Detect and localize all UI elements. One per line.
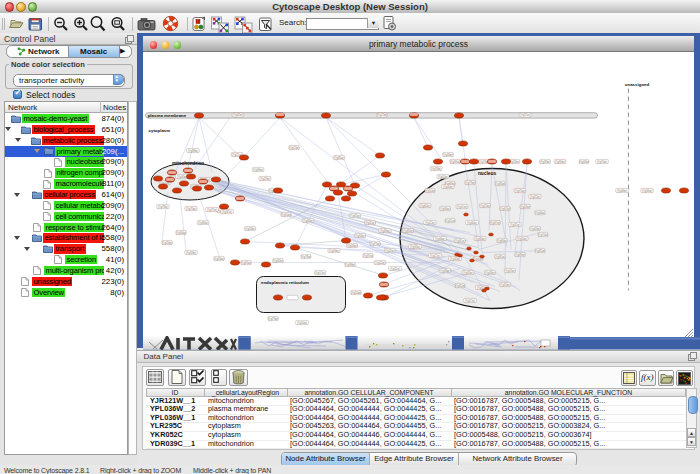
svg-text:(Ygl17w): (Ygl17w) xyxy=(315,270,325,274)
svg-text:(Ygl17w): (Ygl17w) xyxy=(457,204,467,208)
svg-text:(Ygl93w): (Ygl93w) xyxy=(410,244,420,248)
svg-text:(Ygl35w): (Ygl35w) xyxy=(642,188,652,192)
svg-text:(Ygl94w): (Ygl94w) xyxy=(176,230,186,234)
svg-text:(Ygl82w): (Ygl82w) xyxy=(455,283,465,287)
svg-text:(Ygl78w): (Ygl78w) xyxy=(158,204,168,208)
svg-text:(Ygl67w): (Ygl67w) xyxy=(500,206,510,210)
svg-text:(Ygl45w): (Ygl45w) xyxy=(233,113,243,117)
svg-text:(Ygl77w): (Ygl77w) xyxy=(207,207,217,211)
svg-text:(Ygl14w): (Ygl14w) xyxy=(425,188,435,192)
svg-text:(Ygl53w): (Ygl53w) xyxy=(438,174,448,178)
svg-text:(Ygl82w): (Ygl82w) xyxy=(403,228,413,232)
svg-text:(Ygl58w): (Ygl58w) xyxy=(245,226,255,230)
svg-text:(Ygl95w): (Ygl95w) xyxy=(241,260,251,264)
svg-text:(Ygl37w): (Ygl37w) xyxy=(490,220,500,224)
svg-text:(Ygl54w): (Ygl54w) xyxy=(281,212,291,216)
svg-text:(Ygl84w): (Ygl84w) xyxy=(497,238,507,242)
svg-text:(Ygl48w): (Ygl48w) xyxy=(485,270,495,274)
svg-text:(Ygl92w): (Ygl92w) xyxy=(273,258,283,262)
svg-text:(Ygl79w): (Ygl79w) xyxy=(465,180,475,184)
svg-text:(Ygl34w): (Ygl34w) xyxy=(475,236,485,240)
svg-text:endoplasmic reticulum: endoplasmic reticulum xyxy=(261,280,309,285)
svg-text:(Ygl83w): (Ygl83w) xyxy=(198,220,208,224)
svg-text:(Ygl83w): (Ygl83w) xyxy=(495,181,505,185)
svg-text:(Ygl22w): (Ygl22w) xyxy=(530,194,540,198)
svg-text:(Ygl85w): (Ygl85w) xyxy=(334,155,344,159)
svg-text:(Ygl96w): (Ygl96w) xyxy=(440,206,450,210)
svg-text:(Ygl92w): (Ygl92w) xyxy=(350,213,360,217)
svg-text:(Ygl58w): (Ygl58w) xyxy=(347,243,357,247)
svg-text:(Ygl82w): (Ygl82w) xyxy=(535,248,545,252)
svg-text:(Ygl66w): (Ygl66w) xyxy=(535,210,545,214)
svg-text:(Ygl79w): (Ygl79w) xyxy=(268,316,278,320)
svg-text:(Ygl74w): (Ygl74w) xyxy=(597,159,607,163)
svg-text:(Ygl33w): (Ygl33w) xyxy=(450,256,460,260)
svg-text:(Ygl57w): (Ygl57w) xyxy=(465,298,475,302)
svg-text:(Ygl40w): (Ygl40w) xyxy=(443,184,453,188)
svg-text:(Ygl54w): (Ygl54w) xyxy=(500,282,510,286)
svg-text:(Ygl56w): (Ygl56w) xyxy=(214,256,224,260)
svg-text:plasma membrane: plasma membrane xyxy=(148,113,187,118)
svg-text:(Ygl89w): (Ygl89w) xyxy=(515,252,525,256)
svg-text:(Ygl69w): (Ygl69w) xyxy=(520,204,530,208)
svg-text:unassigned: unassigned xyxy=(625,82,650,87)
svg-text:(Ygl46w): (Ygl46w) xyxy=(435,236,445,240)
svg-text:(Ygl13w): (Ygl13w) xyxy=(289,145,299,149)
svg-text:(Ygl98w): (Ygl98w) xyxy=(188,148,198,152)
svg-text:(Ygl43w): (Ygl43w) xyxy=(530,226,540,230)
svg-text:(Ygl22w): (Ygl22w) xyxy=(425,220,435,224)
svg-text:mitochondrion: mitochondrion xyxy=(172,161,204,166)
svg-text:(Ygl37w): (Ygl37w) xyxy=(222,209,232,213)
svg-text:(Ygl68w): (Ygl68w) xyxy=(303,218,313,222)
svg-text:(Ygl43w): (Ygl43w) xyxy=(463,270,473,274)
svg-text:(Ygl90w): (Ygl90w) xyxy=(555,159,565,163)
svg-text:(Ygl98w): (Ygl98w) xyxy=(345,262,355,266)
svg-text:(Ygl31w): (Ygl31w) xyxy=(510,222,520,226)
svg-text:(Ygl17w): (Ygl17w) xyxy=(430,253,440,257)
svg-text:(Ygl36w): (Ygl36w) xyxy=(440,268,450,272)
svg-text:(Ygl42w): (Ygl42w) xyxy=(375,260,385,264)
svg-text:(Ygl30w): (Ygl30w) xyxy=(443,152,453,156)
svg-text:(Ygl75w): (Ygl75w) xyxy=(370,241,380,245)
svg-text:(Ygl21w): (Ygl21w) xyxy=(520,113,530,117)
svg-text:(Ygl23w): (Ygl23w) xyxy=(377,113,387,117)
svg-text:(Ygl20w): (Ygl20w) xyxy=(162,240,172,244)
svg-text:(Ygl41w): (Ygl41w) xyxy=(365,220,375,224)
svg-text:(Ygl95w): (Ygl95w) xyxy=(450,159,460,163)
svg-text:(Ygl10w): (Ygl10w) xyxy=(297,320,307,324)
svg-text:(Ygl58w): (Ygl58w) xyxy=(186,250,196,254)
svg-text:(Ygl78w): (Ygl78w) xyxy=(431,166,441,170)
svg-text:(Ygl81w): (Ygl81w) xyxy=(455,238,465,242)
svg-text:(Ygl29w): (Ygl29w) xyxy=(260,176,270,180)
svg-text:(Ygl99w): (Ygl99w) xyxy=(253,167,263,171)
svg-text:(Ygl23w): (Ygl23w) xyxy=(480,203,490,207)
svg-text:(Ygl50w): (Ygl50w) xyxy=(351,290,361,294)
svg-text:(Ygl40w): (Ygl40w) xyxy=(467,220,477,224)
svg-text:(Ygl56w): (Ygl56w) xyxy=(355,233,365,237)
svg-text:(Ygl11w): (Ygl11w) xyxy=(445,218,455,222)
svg-text:(Ygl84w): (Ygl84w) xyxy=(380,228,390,232)
svg-text:nucleus: nucleus xyxy=(478,171,496,176)
svg-text:(Ygl43w): (Ygl43w) xyxy=(579,159,589,163)
svg-text:(Ygl24w): (Ygl24w) xyxy=(385,248,395,252)
svg-text:(Ygl58w): (Ygl58w) xyxy=(329,248,339,252)
svg-text:(Ygl50w): (Ygl50w) xyxy=(517,236,527,240)
svg-text:(Ygl78w): (Ygl78w) xyxy=(301,254,311,258)
svg-text:(Ygl70w): (Ygl70w) xyxy=(186,206,196,210)
svg-text:(Ygl48w): (Ygl48w) xyxy=(617,188,627,192)
svg-text:cytoplasm: cytoplasm xyxy=(149,127,171,132)
svg-text:(Ygl62w): (Ygl62w) xyxy=(420,203,430,207)
svg-text:(Ygl19w): (Ygl19w) xyxy=(505,268,515,272)
svg-text:(Ygl97w): (Ygl97w) xyxy=(363,253,373,257)
svg-text:(Ygl49w): (Ygl49w) xyxy=(177,174,187,178)
svg-text:(Ygl11w): (Ygl11w) xyxy=(390,266,400,270)
svg-text:(Ygl39w): (Ygl39w) xyxy=(540,159,550,163)
svg-text:(Ygl74w): (Ygl74w) xyxy=(538,232,548,236)
svg-text:(Ygl82w): (Ygl82w) xyxy=(495,254,505,258)
svg-text:(Ygl70w): (Ygl70w) xyxy=(515,188,525,192)
